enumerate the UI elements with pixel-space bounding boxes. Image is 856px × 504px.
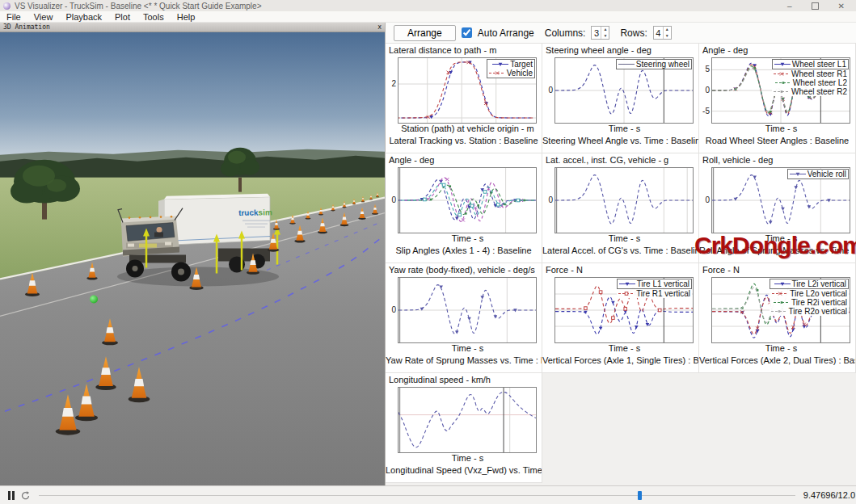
playback-bar: 9.47696/12.0 (0, 485, 856, 504)
legend-entry[interactable]: Tire L1 vertical (617, 279, 692, 289)
window-title: VS Visualizer - TruckSim - Baseline <* *… (15, 2, 787, 10)
plot-title: Lat. accel., inst. CG, vehicle - g (542, 153, 698, 167)
columns-down-icon[interactable]: ▼ (601, 33, 609, 40)
playback-time: 9.47696/12.0 (803, 490, 855, 500)
app-icon (3, 2, 11, 10)
columns-up-icon[interactable]: ▲ (601, 27, 609, 33)
rows-up-icon[interactable]: ▲ (664, 27, 671, 33)
plot-title: Angle - deg (699, 44, 855, 57)
plot-caption: Roll Angle of Sprung Masses vs. Time : B (699, 246, 855, 257)
legend-entry[interactable]: Tire L2i vertical (770, 279, 849, 289)
menu-help[interactable]: Help (171, 12, 202, 22)
legend-label: Tire R2o vertical (789, 307, 847, 316)
plot-legend: Tire L2i verticalTire L2o verticalTire R… (770, 279, 849, 316)
auto-arrange-label[interactable]: Auto Arrange (478, 27, 534, 39)
plot-area-yaw-rate[interactable] (398, 277, 537, 343)
plot-title: Yaw rate (body-fixed), vehicle - deg/s (386, 263, 542, 277)
x-axis-label: Time - s (394, 343, 542, 354)
plot-area-steering-wheel-angle[interactable]: Steering wheel (555, 57, 694, 124)
close-button[interactable]: ✕ (838, 2, 845, 10)
plot-legend: Vehicle roll (787, 169, 849, 179)
menu-plot[interactable]: Plot (108, 12, 137, 22)
plot-caption: Longitudinal Speed (Vxz_Fwd) vs. Time : (386, 465, 542, 477)
title-bar: VS Visualizer - TruckSim - Baseline <* *… (0, 0, 856, 11)
legend-entry[interactable]: Tire R2o vertical (770, 307, 849, 316)
x-axis-label: Time - s (550, 124, 698, 134)
plot-area-lateral-tracking[interactable]: TargetVehicle (398, 57, 537, 124)
plot-panel-roll-angle: Roll, vehicle - deg0Vehicle rollTime - s… (699, 153, 856, 263)
maximize-button[interactable] (812, 2, 819, 10)
plot-title: Roll, vehicle - deg (699, 153, 855, 167)
plot-panel-vertical-forces-axle2: Force - NTire L2i verticalTire L2o verti… (699, 263, 856, 373)
plot-panel-steering-wheel-angle: Steering wheel angle - deg0Steering whee… (542, 44, 699, 153)
plot-area-vertical-forces-axle2[interactable]: Tire L2i verticalTire L2o verticalTire R… (711, 277, 850, 343)
rows-label: Rows: (620, 27, 647, 39)
x-axis-label: Time - s (707, 343, 855, 354)
plot-row: 50-5Wheel steer L1Wheel steer R1Wheel st… (699, 57, 855, 124)
legend-entry[interactable]: Vehicle (487, 69, 534, 78)
plot-row: 0 (386, 167, 542, 233)
y-axis-gutter: 0 (386, 277, 398, 343)
plot-area-road-wheel-steer-angles[interactable]: Wheel steer L1Wheel steer R1Wheel steer … (711, 57, 850, 124)
arrange-button[interactable]: Arrange (394, 25, 456, 41)
x-axis-label: Time - s (550, 233, 698, 244)
y-tick-label: 0 (391, 195, 396, 204)
plot-caption: Yaw Rate of Sprung Masses vs. Time : Ba (386, 355, 542, 367)
plot-grid: Lateral distance to path - m2TargetVehic… (386, 44, 856, 483)
playback-slider[interactable] (39, 490, 795, 501)
legend-entry[interactable]: Wheel steer L2 (772, 78, 849, 87)
legend-entry[interactable]: Wheel steer R1 (772, 69, 849, 78)
plot-row: 0Vehicle roll (699, 167, 855, 233)
legend-entry[interactable]: Wheel steer L1 (772, 59, 849, 69)
plot-title: Angle - deg (386, 153, 542, 167)
green-marker (90, 295, 98, 303)
plot-panel-longitudinal-speed: Longitudinal speed - km/hTime - sLongitu… (386, 373, 542, 483)
legend-entry[interactable]: Vehicle roll (788, 170, 848, 178)
menu-file[interactable]: File (0, 12, 27, 22)
plot-area-longitudinal-speed[interactable] (398, 387, 537, 453)
empty-grid-cell (542, 373, 699, 483)
plot-area-vertical-forces-axle1[interactable]: Tire L1 verticalTire R1 vertical (555, 277, 694, 343)
plot-row: Tire L1 verticalTire R1 vertical (542, 277, 698, 343)
auto-arrange-checkbox[interactable] (462, 27, 472, 38)
animation-panel-title: 3D Animation (3, 23, 50, 31)
rows-down-icon[interactable]: ▼ (664, 33, 671, 40)
menu-bar: FileViewPlaybackPlotToolsHelp (0, 11, 856, 23)
y-tick-label: 5 (705, 65, 710, 74)
legend-entry[interactable]: Target (487, 60, 534, 69)
x-axis-label: Station (path) at vehicle origin - m (394, 124, 542, 134)
minimize-button[interactable]: – (787, 2, 792, 10)
plot-row: 0 (386, 277, 542, 343)
legend-entry[interactable]: Steering wheel (617, 60, 691, 69)
plot-legend: Tire L1 verticalTire R1 vertical (617, 279, 692, 298)
plot-row: Tire L2i verticalTire L2o verticalTire R… (699, 277, 855, 343)
loop-icon[interactable] (20, 490, 31, 501)
columns-stepper[interactable]: 3 ▲▼ (591, 26, 609, 40)
plot-legend: Wheel steer L1Wheel steer R1Wheel steer … (772, 59, 849, 96)
plot-area-roll-angle[interactable]: Vehicle roll (711, 167, 850, 233)
y-axis-gutter (699, 277, 711, 343)
menu-view[interactable]: View (27, 12, 60, 22)
legend-label: Target (510, 60, 533, 69)
legend-label: Vehicle (507, 69, 533, 78)
legend-entry[interactable]: Wheel steer R2 (772, 87, 849, 96)
plot-area-slip-angles[interactable] (398, 167, 537, 233)
plot-area-lateral-accel[interactable] (555, 167, 694, 233)
menu-playback[interactable]: Playback (59, 12, 108, 22)
playback-slider-thumb[interactable] (638, 491, 642, 500)
rows-stepper[interactable]: 4 ▲▼ (653, 26, 672, 40)
y-tick-label: 0 (705, 195, 710, 204)
legend-entry[interactable]: Tire L2o vertical (770, 289, 849, 298)
menu-tools[interactable]: Tools (137, 12, 171, 22)
plot-title: Steering wheel angle - deg (542, 44, 698, 57)
pause-icon[interactable] (8, 491, 15, 500)
y-axis-gutter (386, 387, 398, 453)
animation-panel-close-icon[interactable]: x (377, 23, 382, 31)
truck-logo: trucksim (238, 208, 272, 217)
x-axis-label: Time - s (707, 124, 855, 134)
legend-label: Tire L1 vertical (637, 279, 689, 288)
legend-label: Wheel steer R2 (791, 87, 847, 96)
legend-entry[interactable]: Tire R1 vertical (617, 289, 692, 298)
animation-viewport[interactable]: trucksim (0, 32, 385, 485)
legend-entry[interactable]: Tire R2i vertical (770, 298, 849, 307)
